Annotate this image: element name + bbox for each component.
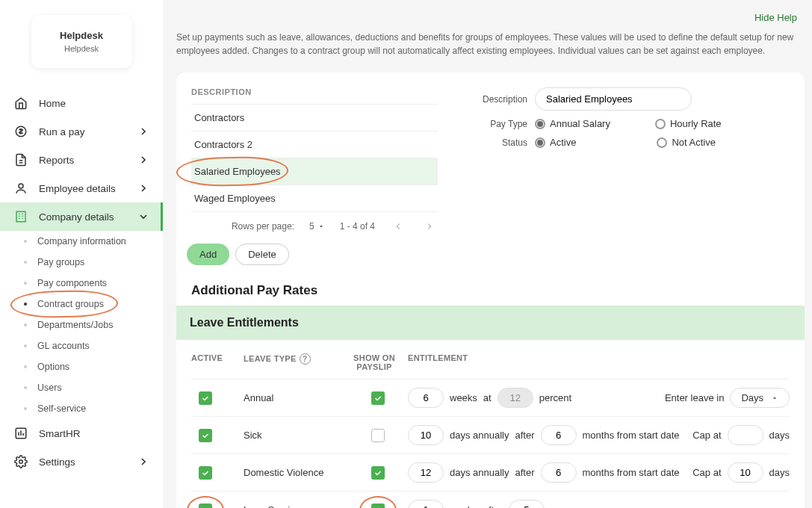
description-list: DESCRIPTION Contractors Contractors 2 Sa… xyxy=(191,84,438,265)
description-row-salaried[interactable]: Salaried Employees xyxy=(191,158,438,185)
add-button[interactable]: Add xyxy=(187,244,229,265)
leave-row: Long Serviceweeksafteryears xyxy=(191,491,790,508)
form-panel: Description Pay Type Annual Salary Hourl… xyxy=(468,84,790,265)
entitlement-value2-input[interactable] xyxy=(509,500,545,508)
subnav-pay-components[interactable]: Pay components xyxy=(0,273,163,294)
profile-card: Helpdesk Helpdesk xyxy=(31,15,132,68)
chevron-right-icon xyxy=(137,126,149,137)
subnav-options[interactable]: Options xyxy=(0,356,163,377)
sidebar: Helpdesk Helpdesk Home Run a pay Reports… xyxy=(0,0,163,508)
subnav-departments[interactable]: Departments/Jobs xyxy=(0,315,163,335)
entitlement-value2-input[interactable] xyxy=(541,425,577,445)
unit2-label: months from start date xyxy=(583,467,680,478)
mid-label: after xyxy=(515,430,535,441)
nav-company-label: Company details xyxy=(39,211,114,223)
tail-label: Cap at xyxy=(692,467,721,478)
nav-settings[interactable]: Settings xyxy=(0,447,163,476)
unit2-label: percent xyxy=(539,392,571,403)
nav-company-details[interactable]: Company details xyxy=(0,202,163,231)
leave-table: ACTIVE LEAVE TYPE? SHOW ON PAYSLIP ENTIT… xyxy=(191,353,790,508)
tail-unit: days xyxy=(769,467,790,478)
active-checkbox[interactable] xyxy=(199,429,212,442)
active-checkbox[interactable] xyxy=(199,504,212,509)
subnav-contract-groups[interactable]: Contract groups xyxy=(0,294,163,315)
pager-next[interactable] xyxy=(421,218,438,235)
description-input[interactable] xyxy=(535,87,692,111)
entitlement-cell: weeksafteryears xyxy=(408,500,790,508)
leave-type-label: Long Service xyxy=(244,504,341,508)
gear-icon xyxy=(13,454,28,469)
entitlement-value-input[interactable] xyxy=(408,425,444,445)
description-header: DESCRIPTION xyxy=(191,84,438,105)
entitlement-value2-input[interactable] xyxy=(541,462,577,483)
description-row-contractors-2[interactable]: Contractors 2 xyxy=(191,131,438,158)
description-row-waged[interactable]: Waged Employees xyxy=(191,185,438,212)
main-nav: Home Run a pay Reports Employee details … xyxy=(0,89,163,231)
nav-smart-hr[interactable]: SmartHR xyxy=(0,419,163,447)
subnav-self-service[interactable]: Self-service xyxy=(0,398,163,419)
chevron-down-icon xyxy=(137,211,149,223)
show-on-payslip-checkbox[interactable] xyxy=(371,466,385,480)
rows-per-page-label: Rows per page: xyxy=(232,221,294,232)
dollar-icon xyxy=(13,124,28,139)
leave-row: Sickdays annuallyaftermonths from start … xyxy=(191,416,790,453)
leave-type-label: Sick xyxy=(244,430,341,441)
tail-unit: days xyxy=(769,430,790,441)
pay-type-annual-radio[interactable]: Annual Salary xyxy=(535,118,610,129)
col-leave-type: LEAVE TYPE? xyxy=(244,353,341,371)
rows-per-page-select[interactable]: 5 xyxy=(309,221,325,232)
subnav-pay-groups[interactable]: Pay groups xyxy=(0,252,163,273)
table-pager: Rows per page: 5 1 - 4 of 4 xyxy=(191,212,438,241)
svg-point-1 xyxy=(19,184,23,188)
tail-input[interactable] xyxy=(728,425,763,445)
description-row-contractors[interactable]: Contractors xyxy=(191,105,438,131)
chart-icon xyxy=(13,426,28,441)
nav-employee-details[interactable]: Employee details xyxy=(0,174,163,202)
pay-type-hourly-radio[interactable]: Hourly Rate xyxy=(655,118,722,129)
building-icon xyxy=(13,209,28,224)
nav-run-a-pay-label: Run a pay xyxy=(39,126,85,137)
svg-point-4 xyxy=(19,460,23,464)
subnav-company-info[interactable]: Company information xyxy=(0,231,163,252)
additional-pay-rates-heading: Additional Pay Rates xyxy=(191,283,790,298)
nav-employee-label: Employee details xyxy=(39,183,116,194)
entitlement-value-input[interactable] xyxy=(408,388,444,408)
leave-type-label: Annual xyxy=(244,392,341,403)
help-icon[interactable]: ? xyxy=(300,353,311,365)
nav-run-a-pay[interactable]: Run a pay xyxy=(0,117,163,146)
status-active-radio[interactable]: Active xyxy=(535,137,576,148)
col-entitlement: ENTITLEMENT xyxy=(408,353,790,371)
home-icon xyxy=(13,96,28,111)
entitlement-value2-input[interactable] xyxy=(498,388,533,408)
show-on-payslip-checkbox[interactable] xyxy=(371,391,385,405)
help-text: Set up payments such as leave, allowance… xyxy=(176,26,805,72)
mid-label: after xyxy=(515,467,535,478)
nav-reports-label: Reports xyxy=(39,155,74,166)
entitlement-value-input[interactable] xyxy=(408,462,444,483)
nav-reports[interactable]: Reports xyxy=(0,146,163,174)
subnav-users[interactable]: Users xyxy=(0,377,163,398)
status-inactive-radio[interactable]: Not Active xyxy=(657,137,716,148)
nav-settings-label: Settings xyxy=(39,456,75,468)
active-checkbox[interactable] xyxy=(199,391,212,405)
hide-help-link[interactable]: Hide Help xyxy=(176,9,805,26)
subnav-gl-accounts[interactable]: GL accounts xyxy=(0,335,163,356)
show-on-payslip-checkbox[interactable] xyxy=(371,504,385,509)
entitlement-value-input[interactable] xyxy=(408,500,444,508)
chevron-right-icon xyxy=(137,456,149,468)
nav-home-label: Home xyxy=(39,98,66,109)
pay-type-label: Pay Type xyxy=(468,119,527,129)
active-checkbox[interactable] xyxy=(199,466,212,480)
entitlement-cell: weeksatpercentEnter leave inDays xyxy=(408,388,790,408)
col-active: ACTIVE xyxy=(191,353,244,371)
tail-select[interactable]: Days xyxy=(730,388,790,408)
show-on-payslip-checkbox[interactable] xyxy=(371,429,385,442)
tail-label: Enter leave in xyxy=(665,392,725,403)
chevron-right-icon xyxy=(137,182,149,194)
tail-input[interactable] xyxy=(728,462,763,483)
content-card: DESCRIPTION Contractors Contractors 2 Sa… xyxy=(176,72,805,508)
nav-home[interactable]: Home xyxy=(0,89,163,117)
profile-title: Helpdesk xyxy=(54,30,110,41)
pager-prev[interactable] xyxy=(390,218,406,235)
delete-button[interactable]: Delete xyxy=(235,244,289,265)
